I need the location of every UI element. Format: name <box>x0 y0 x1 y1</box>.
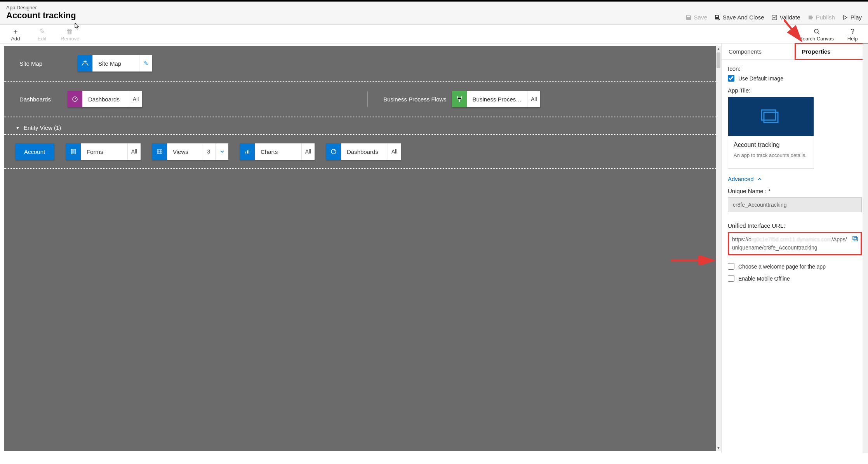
forms-icon <box>66 143 81 160</box>
entity-account-chip[interactable]: Account <box>16 143 54 160</box>
app-tile-icon <box>728 97 814 136</box>
forms-tile[interactable]: Forms All <box>66 143 141 160</box>
app-tile-desc: An app to track accounts details. <box>734 152 808 158</box>
mobile-offline-input[interactable] <box>728 275 734 282</box>
copy-icon[interactable] <box>852 235 858 244</box>
publish-label: Publish <box>816 14 835 21</box>
play-button[interactable]: Play <box>842 14 862 21</box>
bpf-tile[interactable]: Business Proces… All <box>452 91 541 107</box>
use-default-image-label: Use Default Image <box>738 75 783 82</box>
charts-tile[interactable]: Charts All <box>240 143 315 160</box>
welcome-page-input[interactable] <box>728 263 734 270</box>
use-default-image-input[interactable] <box>728 75 734 82</box>
top-bar: App Designer Account tracking Save Save … <box>0 0 868 25</box>
save-and-close-button[interactable]: Save And Close <box>714 14 764 21</box>
sitemap-edit-icon[interactable]: ✎ <box>139 55 152 72</box>
svg-point-6 <box>459 100 460 102</box>
tab-components[interactable]: Components <box>722 44 795 59</box>
bpf-icon <box>452 91 467 107</box>
scroll-thumb[interactable] <box>717 52 720 68</box>
svg-point-1 <box>814 29 818 33</box>
svg-rect-24 <box>853 236 856 240</box>
remove-button: 🗑 Remove <box>61 27 79 42</box>
page-subtitle: App Designer <box>6 5 76 10</box>
designer-canvas[interactable]: Site Map Site Map ✎ Dashboards <box>4 46 716 451</box>
validate-label: Validate <box>780 14 800 21</box>
validate-button[interactable]: Validate <box>771 14 800 21</box>
sitemap-row-label: Site Map <box>19 60 62 67</box>
dashboard-icon <box>68 91 82 107</box>
search-canvas-button[interactable]: Search Canvas <box>799 27 834 42</box>
url-label: Unified Interface URL: <box>728 222 862 229</box>
scroll-up-icon[interactable]: ▲ <box>716 46 721 52</box>
svg-rect-17 <box>249 150 249 154</box>
help-button[interactable]: ? Help <box>845 27 860 42</box>
save-label: Save <box>694 14 707 21</box>
pane-scrollbar[interactable] <box>863 44 868 453</box>
unique-name-label: Unique Name : * <box>728 188 862 194</box>
plus-icon: ＋ <box>12 27 19 36</box>
bpf-suffix[interactable]: All <box>527 91 540 107</box>
tab-properties[interactable]: Properties <box>795 44 868 59</box>
welcome-page-label: Choose a welcome page for the app <box>738 263 826 270</box>
url-prefix: https://o <box>732 236 751 242</box>
scroll-down-icon[interactable]: ▼ <box>716 445 721 451</box>
icon-label: Icon: <box>728 65 862 72</box>
forms-suffix[interactable]: All <box>127 143 141 160</box>
svg-point-5 <box>461 96 462 98</box>
chevron-up-icon <box>757 176 762 182</box>
svg-rect-11 <box>157 150 162 154</box>
ent-dash-tile-label: Dashboards <box>341 143 388 160</box>
ent-dash-suffix[interactable]: All <box>388 143 401 160</box>
play-label: Play <box>851 14 862 21</box>
publish-button: Publish <box>807 14 835 21</box>
svg-rect-16 <box>247 150 248 154</box>
add-label: Add <box>11 36 20 42</box>
app-tile-label: App Tile: <box>728 87 862 94</box>
entity-view-label: Entity View (1) <box>24 124 61 131</box>
sitemap-tile-label: Site Map <box>92 55 139 72</box>
sitemap-tile[interactable]: Site Map ✎ <box>78 55 152 72</box>
welcome-page-checkbox[interactable]: Choose a welcome page for the app <box>728 263 862 270</box>
caret-down-icon: ▼ <box>16 126 20 130</box>
publish-icon <box>807 14 814 21</box>
views-suffix[interactable]: 3 <box>202 143 215 160</box>
edit-label: Edit <box>38 36 46 42</box>
entity-account-label: Account <box>24 148 45 155</box>
dashboards-row-label: Dashboards <box>19 96 62 103</box>
forms-tile-label: Forms <box>81 143 127 160</box>
charts-icon <box>240 143 255 160</box>
save-close-icon <box>714 14 720 21</box>
views-icon <box>152 143 167 160</box>
right-pane: Components Properties Icon: Use Default … <box>721 44 868 453</box>
search-icon <box>814 27 820 36</box>
dashboards-tile[interactable]: Dashboards All <box>68 91 142 107</box>
entity-dashboards-tile[interactable]: Dashboards All <box>326 143 401 160</box>
dashboards-suffix[interactable]: All <box>129 91 142 107</box>
play-icon <box>842 14 848 21</box>
help-icon: ? <box>851 27 854 36</box>
views-chevron-icon[interactable] <box>215 143 228 160</box>
row-separator <box>367 91 368 107</box>
add-button[interactable]: ＋ Add <box>8 27 23 42</box>
bpf-tile-label: Business Proces… <box>467 91 527 107</box>
charts-tile-label: Charts <box>255 143 301 160</box>
dashboards-tile-label: Dashboards <box>82 91 129 107</box>
edit-button: ✎ Edit <box>34 27 50 42</box>
svg-rect-23 <box>854 237 858 241</box>
advanced-label: Advanced <box>728 176 754 182</box>
advanced-toggle[interactable]: Advanced <box>728 176 862 182</box>
mobile-offline-checkbox[interactable]: Enable Mobile Offline <box>728 275 862 282</box>
mobile-offline-label: Enable Mobile Offline <box>738 276 790 282</box>
search-canvas-label: Search Canvas <box>799 36 834 42</box>
save-and-close-label: Save And Close <box>723 14 764 21</box>
url-blur: rg0c1e7f5d.crm11.dynamics.com <box>751 236 831 242</box>
dashboard-icon <box>326 143 341 160</box>
url-value-box: https://org0c1e7f5d.crm11.dynamics.com/A… <box>728 232 862 255</box>
use-default-image-checkbox[interactable]: Use Default Image <box>728 75 862 82</box>
charts-suffix[interactable]: All <box>301 143 315 160</box>
entity-view-header[interactable]: ▼ Entity View (1) <box>4 117 716 135</box>
views-tile[interactable]: Views 3 <box>152 143 228 160</box>
validate-icon <box>771 14 778 21</box>
canvas-scrollbar[interactable]: ▲ ▼ <box>716 46 721 451</box>
